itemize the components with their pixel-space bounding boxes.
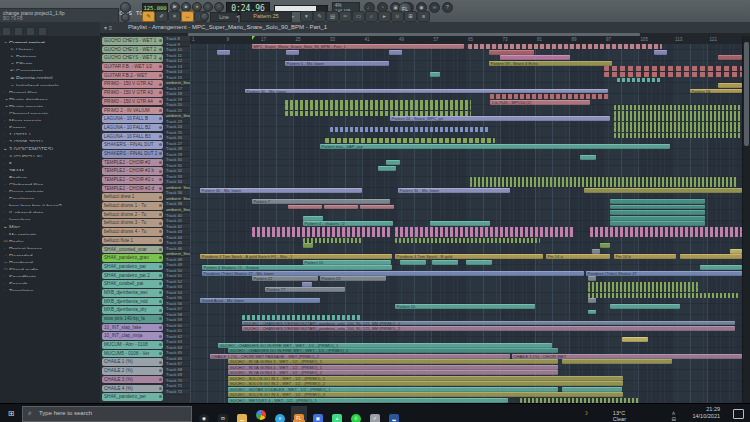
browser-item-channel-presets[interactable]: ▸Channel presets — [0, 107, 100, 114]
pattern-prev-arrow[interactable]: ◂ — [236, 13, 239, 19]
notification-center-icon[interactable] — [733, 409, 744, 419]
picker-clip-shak-pandeiro-pat[interactable]: SHAK_pandeiro_pat — [102, 263, 163, 271]
mute-led-icon[interactable] — [159, 204, 162, 207]
draw-tool-icon[interactable]: ✎ — [142, 11, 155, 22]
start-button[interactable]: ⊞ — [0, 404, 22, 422]
playlist-clip[interactable] — [610, 216, 705, 221]
playlist-clip[interactable] — [430, 221, 490, 226]
mute-led-icon[interactable] — [159, 222, 162, 225]
playlist-clip[interactable] — [324, 205, 358, 210]
mute-led-icon[interactable] — [159, 395, 162, 398]
browser-item-my-projects[interactable]: ▸My projects — [0, 228, 100, 235]
playlist-clip[interactable] — [285, 111, 471, 116]
picker-clip-guitar-f-b-2-wet[interactable]: GUITAR F.B.2 - WET — [102, 72, 163, 80]
playlist-clip[interactable]: Pattern 30 - Mic lower — [398, 188, 510, 193]
picker-clip-mucum5-0108-ver[interactable]: MUCUM5 - 0108 - Ver — [102, 350, 163, 358]
playlist-clip[interactable] — [580, 155, 596, 160]
grid-icon[interactable]: ⊞ — [404, 11, 417, 22]
playlist-clip[interactable] — [395, 238, 540, 243]
clock[interactable]: 21:29 14/10/2021 — [692, 406, 720, 420]
mute-led-icon[interactable] — [159, 65, 162, 68]
mute-led-icon[interactable] — [159, 74, 162, 77]
playlist-clip[interactable]: GUCHO - GUITAR DOUBLES - WET - 1/2 - (PR… — [228, 387, 558, 392]
browser-item-generators[interactable]: ◧Generators — [0, 64, 100, 71]
browser-item-plugin-database[interactable]: ◀Plugin database — [0, 93, 100, 100]
playlist-clip[interactable] — [302, 282, 312, 287]
playlist-clip[interactable] — [386, 160, 400, 165]
mute-led-icon[interactable] — [159, 343, 162, 346]
playlist-clip[interactable] — [562, 359, 672, 364]
playlist-clip[interactable] — [588, 287, 698, 292]
browser-item-patterns[interactable]: ✎Patterns — [0, 50, 100, 57]
mute-led-icon[interactable] — [159, 248, 162, 251]
browser-tab-icon[interactable] — [38, 27, 47, 36]
mute-led-icon[interactable] — [159, 317, 162, 320]
playlist-clip[interactable] — [730, 249, 742, 254]
mute-led-icon[interactable] — [159, 187, 162, 190]
cut-icon[interactable]: ✂ — [339, 11, 352, 22]
delete-tool-icon[interactable]: ✕ — [168, 11, 181, 22]
picker-clip-bellucci-drums-3-tu[interactable]: bellucci drums 3 - Tu — [102, 219, 163, 227]
mute-led-icon[interactable] — [159, 378, 162, 381]
browser-tab-icon[interactable] — [14, 27, 23, 36]
playlist-clip[interactable]: Pattern 7 — [252, 199, 390, 204]
browser-item-current-project[interactable]: ▾Current project — [0, 36, 100, 43]
playlist-clip[interactable] — [622, 337, 648, 342]
browser-item-impulses[interactable]: ▸Impulses — [0, 213, 100, 220]
playlist-clip[interactable]: GUCHO - IN VA GONG 3 - WET - 1/2 - (PRIM… — [228, 359, 558, 364]
picker-clip-shak-pandeiro-per[interactable]: SHAK_pandeiro_per — [102, 393, 163, 401]
picker-clip-gucho-cheys-wet-3[interactable]: GUCHO CHEYS - WET 3 — [102, 54, 163, 62]
task-view-icon[interactable]: ⊡ — [215, 406, 231, 421]
playlist-clip[interactable] — [604, 72, 742, 77]
playlist-clip[interactable] — [500, 55, 570, 60]
track-header[interactable]: Track 72 — [164, 389, 190, 395]
playlist-clip[interactable] — [468, 44, 662, 49]
pencil-icon[interactable]: ✎ — [313, 11, 326, 22]
playlist-clip[interactable] — [654, 50, 667, 55]
mute-led-icon[interactable] — [159, 161, 162, 164]
picker-clip-temple2-choir-2-b[interactable]: TEMPLE2 - CHOIR #2 b — [102, 167, 163, 175]
playlist-clip[interactable] — [588, 293, 738, 298]
picker-clip-bellucci-flute-1[interactable]: bellucci flute 1 — [102, 237, 163, 245]
playlist-clip[interactable] — [303, 216, 323, 221]
mute-led-icon[interactable] — [159, 309, 162, 312]
playlist-clip[interactable] — [614, 116, 742, 121]
picker-clip-gucho-cheys-wet-2[interactable]: GUCHO CHEYS - WET 2 — [102, 46, 163, 54]
playlist-clip[interactable]: GUCHO - CHANGES (VERSE/GUITAR)_pandeiro_… — [242, 326, 735, 331]
playlist-clip[interactable]: Pandeiro (Tribe) Shaker 4T — [586, 271, 742, 276]
playlist-menu-icon[interactable]: ▾ — [300, 11, 313, 22]
browser-item-recorded[interactable]: ●Recorded — [0, 249, 100, 256]
playlist-clip[interactable] — [614, 111, 742, 116]
file-explorer-icon[interactable]: ▁ — [234, 406, 250, 421]
mute-led-icon[interactable] — [159, 352, 162, 355]
picker-clip-bellucci-drums-1-tu[interactable]: bellucci drums 1 - Tu — [102, 202, 163, 210]
playlist-clip[interactable]: Pattern 30 - Mic lower — [200, 188, 362, 193]
playlist-clip[interactable]: GUCHO - SOLOS GO IN 3 - WET - 1/2 - (PRI… — [228, 392, 623, 397]
browser-item-misc[interactable]: ▸Misc — [0, 220, 100, 227]
main-pitch-knob[interactable] — [121, 13, 130, 22]
mute-led-icon[interactable] — [159, 256, 162, 259]
zoom-knob[interactable] — [200, 12, 209, 21]
playlist-clip[interactable] — [588, 298, 596, 303]
playlist-clip[interactable]: Pattern 5 - Mic lower — [285, 61, 389, 66]
playlist-clip[interactable]: CHAILE 1 (%) - CHOIR WET — [512, 354, 742, 359]
browser-item-project-bones[interactable]: ▸Project bones — [0, 242, 100, 249]
playlist-vscroll-thumb[interactable] — [744, 42, 749, 146]
playlist-clip[interactable] — [617, 78, 661, 83]
playlist-clip[interactable] — [610, 205, 705, 210]
slip-tool-icon[interactable]: ↔ — [181, 11, 194, 22]
main-volume-knob[interactable] — [120, 2, 131, 13]
mute-led-icon[interactable] — [159, 274, 162, 277]
playlist-clip[interactable] — [303, 238, 363, 243]
weather-text[interactable]: 13°C Clear — [613, 410, 626, 422]
mute-led-icon[interactable] — [159, 361, 162, 364]
playlist-clip[interactable] — [330, 127, 490, 132]
playlist-clip[interactable]: Pattern 19 - Snare 4 Echo — [489, 61, 612, 66]
playlist-clip[interactable] — [395, 232, 575, 237]
pattern-mode-button[interactable]: ◦ — [214, 2, 224, 12]
mute-led-icon[interactable] — [159, 282, 162, 285]
picker-clip-chaile-2-[interactable]: CHAILE 2 (%) — [102, 367, 163, 375]
mute-led-icon[interactable] — [159, 83, 162, 86]
playlist-clip[interactable] — [378, 166, 396, 171]
playlist-clip[interactable]: GUCHO - IN VA GONG 4 - WET - 1/2 - (PRIM… — [228, 365, 558, 370]
